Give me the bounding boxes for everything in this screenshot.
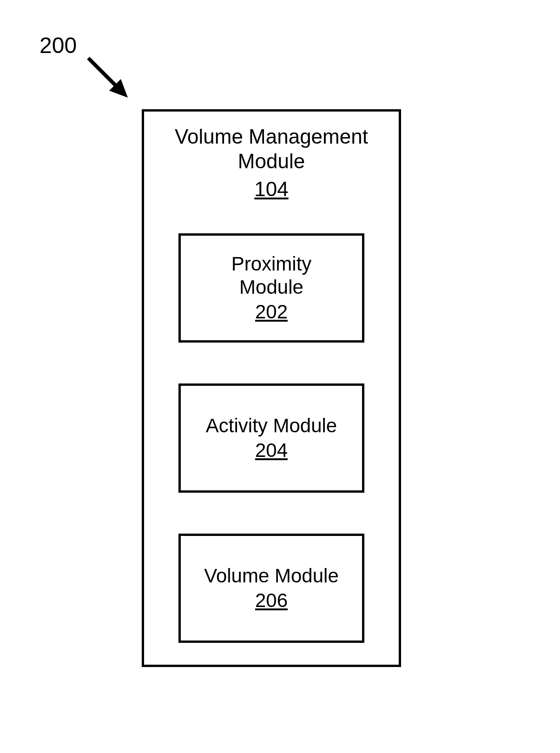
activity-module-title: Activity Module	[206, 414, 337, 437]
pointer-arrow	[84, 53, 139, 109]
proximity-module-box: Proximity Module 202	[178, 233, 364, 343]
activity-title-line1: Activity Module	[206, 415, 337, 436]
proximity-module-ref: 202	[255, 301, 288, 323]
volume-module-title: Volume Module	[204, 564, 339, 588]
volume-management-module-box: Volume Management Module 104 Proximity M…	[142, 109, 401, 667]
proximity-module-title: Proximity Module	[231, 252, 312, 299]
main-title-line2: Module	[238, 150, 305, 172]
proximity-title-line2: Module	[239, 276, 303, 298]
activity-module-ref: 204	[255, 439, 288, 462]
main-module-title: Volume Management Module	[144, 125, 399, 174]
main-title-line1: Volume Management	[175, 125, 368, 148]
main-module-ref: 104	[144, 178, 399, 201]
activity-module-box: Activity Module 204	[178, 383, 364, 493]
proximity-title-line1: Proximity	[231, 253, 312, 275]
volume-title-line1: Volume Module	[204, 565, 339, 587]
volume-module-ref: 206	[255, 589, 288, 612]
volume-module-box: Volume Module 206	[178, 534, 364, 643]
figure-reference-label: 200	[40, 33, 77, 58]
